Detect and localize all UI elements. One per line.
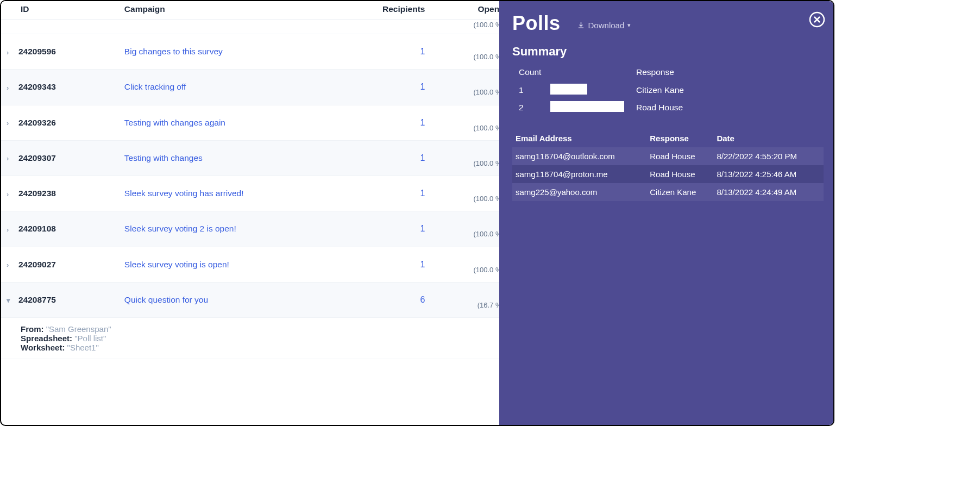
chevron-down-icon[interactable]: ▾: [7, 296, 14, 304]
recipients-value[interactable]: 1: [326, 34, 430, 70]
campaign-id: 24209307: [18, 153, 56, 162]
campaign-id: 24209027: [18, 260, 56, 269]
recipients-value[interactable]: 1: [326, 176, 430, 211]
summary-response: Citizen Kane: [636, 85, 824, 95]
col-response[interactable]: Response: [646, 129, 713, 147]
response-date: 8/22/2022 4:55:20 PM: [713, 147, 824, 165]
response-row: samg225@yahoo.comCitizen Kane8/13/2022 4…: [512, 183, 824, 201]
chevron-right-icon[interactable]: ›: [7, 190, 14, 198]
chevron-right-icon[interactable]: ›: [7, 84, 14, 92]
campaign-name-link[interactable]: Sleek survey voting 2 is open!: [120, 211, 326, 247]
chevron-right-icon[interactable]: ›: [7, 261, 14, 269]
close-button[interactable]: [808, 11, 826, 30]
chevron-right-icon[interactable]: ›: [7, 154, 14, 162]
campaign-id: 24208775: [18, 295, 56, 304]
opens-metric[interactable]: 1(100.0 %): [434, 77, 504, 97]
summary-response: Road House: [636, 103, 824, 112]
from-label: From:: [21, 324, 46, 334]
response-value: Road House: [646, 165, 713, 183]
chevron-right-icon[interactable]: ›: [7, 226, 14, 234]
summary-row: 2Road House: [519, 99, 824, 116]
chevron-right-icon[interactable]: ›: [7, 48, 14, 57]
summary-count: 1: [519, 85, 550, 95]
summary-count: 2: [519, 103, 550, 112]
opens-metric[interactable]: 1(16.7 %): [434, 290, 504, 310]
opens-metric[interactable]: 1(100.0 %): [434, 219, 504, 239]
caret-down-icon: ▾: [627, 22, 631, 29]
campaign-name-link[interactable]: Sleek survey voting is open!: [120, 247, 326, 282]
response-label: Response: [636, 67, 824, 77]
opens-metric[interactable]: 1(100.0 %): [434, 148, 504, 168]
header-id[interactable]: ID: [1, 1, 120, 20]
campaign-name-link[interactable]: Click tracking off: [120, 70, 326, 105]
campaign-id: 24209326: [18, 118, 56, 127]
response-email: samg225@yahoo.com: [512, 183, 646, 201]
response-email: samg116704@outlook.com: [512, 147, 646, 165]
campaign-name-link[interactable]: Testing with changes again: [120, 105, 326, 140]
campaign-id: 24209343: [18, 82, 56, 91]
response-value: Road House: [646, 147, 713, 165]
recipients-value[interactable]: 6: [326, 282, 430, 317]
response-date: 8/13/2022 4:24:49 AM: [713, 183, 824, 201]
recipients-value[interactable]: 1: [326, 70, 430, 105]
campaign-name-link[interactable]: Sleek survey voting has arrived!: [120, 176, 326, 211]
col-date[interactable]: Date: [713, 129, 824, 147]
chevron-right-icon[interactable]: ›: [7, 119, 14, 127]
opens-metric[interactable]: 1(100.0 %): [434, 113, 504, 133]
recipients-value[interactable]: 1: [326, 211, 430, 247]
opens-metric[interactable]: 1(100.0 %): [434, 184, 504, 203]
spreadsheet-value[interactable]: "Poll list": [74, 334, 106, 343]
campaign-name-link[interactable]: Quick question for you: [120, 282, 326, 317]
opens-metric[interactable]: 1(100.0 %): [434, 255, 504, 274]
count-label: Count: [519, 67, 550, 77]
header-opens[interactable]: Opens: [429, 1, 508, 20]
worksheet-value[interactable]: "Sheet1": [67, 343, 99, 352]
download-label: Download: [588, 21, 625, 30]
recipients-value[interactable]: 1: [326, 105, 430, 140]
opens-metric[interactable]: 1(100.0 %): [434, 42, 504, 61]
summary-row: 1Citizen Kane: [519, 82, 824, 99]
campaign-name-link[interactable]: Testing with changes: [120, 140, 326, 176]
campaign-id: 24209596: [18, 47, 56, 56]
recipients-value[interactable]: 1: [326, 140, 430, 176]
col-email[interactable]: Email Address: [512, 129, 646, 147]
responses-table: Email Address Response Date samg116704@o…: [512, 129, 824, 201]
response-row: samg116704@proton.meRoad House8/13/2022 …: [512, 165, 824, 183]
spreadsheet-label: Spreadsheet:: [21, 334, 74, 343]
response-row: samg116704@outlook.comRoad House8/22/202…: [512, 147, 824, 165]
response-date: 8/13/2022 4:25:46 AM: [713, 165, 824, 183]
summary-heading: Summary: [512, 45, 824, 59]
header-recipients[interactable]: Recipients: [326, 1, 430, 20]
from-value: "Sam Greenspan": [46, 324, 111, 334]
campaign-name-link[interactable]: Big changes to this survey: [120, 34, 326, 70]
download-icon: [577, 21, 585, 29]
campaign-id: 24209108: [18, 224, 56, 233]
polls-panel: Polls Download ▾ Summary Count Response …: [499, 1, 833, 425]
recipients-value[interactable]: 1: [326, 247, 430, 282]
campaign-id: 24209238: [18, 189, 56, 198]
download-button[interactable]: Download ▾: [577, 21, 631, 30]
summary-bar: [550, 84, 587, 95]
panel-title: Polls: [512, 12, 561, 35]
header-campaign[interactable]: Campaign: [120, 1, 326, 20]
response-email: samg116704@proton.me: [512, 165, 646, 183]
worksheet-label: Worksheet:: [21, 343, 67, 352]
summary-bar: [550, 101, 624, 112]
summary-header: Count Response: [519, 65, 824, 79]
response-value: Citizen Kane: [646, 183, 713, 201]
